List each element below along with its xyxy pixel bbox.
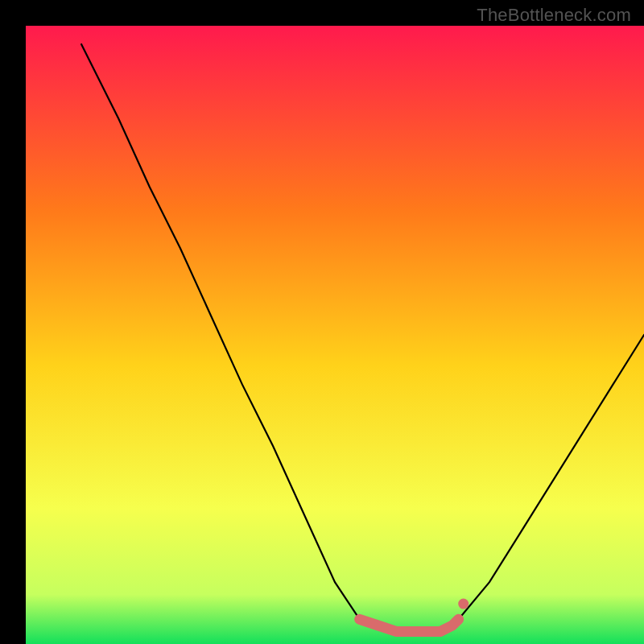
trough-right-cap (458, 599, 469, 609)
chart-stage: TheBottleneck.com (0, 0, 644, 644)
watermark-text: TheBottleneck.com (477, 5, 631, 26)
bottleneck-curve-chart (0, 0, 644, 644)
